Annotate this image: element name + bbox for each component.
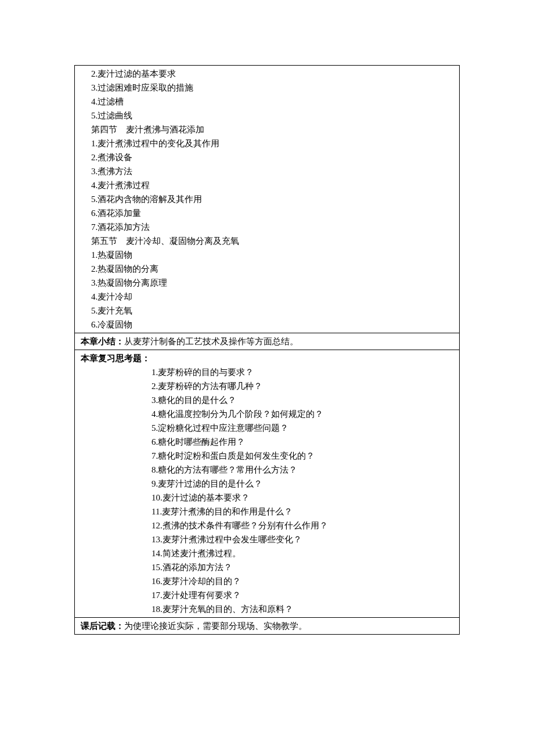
postscript-label: 课后记载： xyxy=(81,621,124,631)
review-section: 本章复习思考题： 1.麦芽粉碎的目的与要求？ 2.麦芽粉碎的方法有哪几种？ 3.… xyxy=(75,350,459,617)
review-item: 15.酒花的添加方法？ xyxy=(81,560,453,574)
content-line: 第四节 麦汁煮沸与酒花添加 xyxy=(81,123,453,136)
review-item: 8.糖化的方法有哪些？常用什么方法？ xyxy=(81,463,453,477)
review-item: 3.糖化的目的是什么？ xyxy=(81,393,453,407)
review-item: 17.麦汁处理有何要求？ xyxy=(81,588,453,602)
content-line: 4.麦汁煮沸过程 xyxy=(81,178,453,192)
review-item: 10.麦汁过滤的基本要求？ xyxy=(81,491,453,505)
review-label: 本章复习思考题： xyxy=(81,351,453,365)
review-item: 9.麦芽汁过滤的目的是什么？ xyxy=(81,477,453,491)
content-line: 第五节 麦汁冷却、凝固物分离及充氧 xyxy=(81,234,453,248)
review-item: 7.糖化时淀粉和蛋白质是如何发生变化的？ xyxy=(81,449,453,463)
content-line: 1.麦汁煮沸过程中的变化及其作用 xyxy=(81,136,453,150)
content-line: 5.麦汁充氧 xyxy=(81,304,453,318)
content-line: 3.热凝固物分离原理 xyxy=(81,276,453,290)
content-line: 2.热凝固物的分离 xyxy=(81,262,453,276)
content-line: 3.过滤困难时应采取的措施 xyxy=(81,81,453,95)
summary-text: 从麦芽汁制备的工艺技术及操作等方面总结。 xyxy=(124,337,298,346)
content-line: 5.过滤曲线 xyxy=(81,109,453,123)
content-line: 3.煮沸方法 xyxy=(81,164,453,178)
postscript-section: 课后记载：为使理论接近实际，需要部分现场、实物教学。 xyxy=(75,617,459,634)
summary-section: 本章小结：从麦芽汁制备的工艺技术及操作等方面总结。 xyxy=(75,333,459,350)
review-item: 16.麦芽汁冷却的目的？ xyxy=(81,574,453,588)
content-line: 4.麦汁冷却 xyxy=(81,290,453,304)
review-item: 6.糖化时哪些酶起作用？ xyxy=(81,435,453,449)
content-line: 7.酒花添加方法 xyxy=(81,220,453,234)
review-item: 4.糖化温度控制分为几个阶段？如何规定的？ xyxy=(81,407,453,421)
content-section: 2.麦汁过滤的基本要求 3.过滤困难时应采取的措施 4.过滤槽 5.过滤曲线 第… xyxy=(75,66,459,333)
content-box: 2.麦汁过滤的基本要求 3.过滤困难时应采取的措施 4.过滤槽 5.过滤曲线 第… xyxy=(74,65,460,635)
summary-label: 本章小结： xyxy=(81,337,124,346)
content-line: 5.酒花内含物的溶解及其作用 xyxy=(81,192,453,206)
content-line: 4.过滤槽 xyxy=(81,95,453,109)
postscript-text: 为使理论接近实际，需要部分现场、实物教学。 xyxy=(124,621,307,631)
review-item: 1.麦芽粉碎的目的与要求？ xyxy=(81,365,453,379)
content-line: 6.冷凝固物 xyxy=(81,318,453,332)
review-item: 13.麦芽汁煮沸过程中会发生哪些变化？ xyxy=(81,532,453,546)
review-item: 11.麦芽汁煮沸的目的和作用是什么？ xyxy=(81,505,453,519)
review-item: 2.麦芽粉碎的方法有哪几种？ xyxy=(81,379,453,393)
content-line: 1.热凝固物 xyxy=(81,248,453,262)
content-line: 6.酒花添加量 xyxy=(81,206,453,220)
content-line: 2.煮沸设备 xyxy=(81,150,453,164)
content-line: 2.麦汁过滤的基本要求 xyxy=(81,67,453,81)
review-item: 18.麦芽汁充氧的目的、方法和原料？ xyxy=(81,602,453,616)
page: 2.麦汁过滤的基本要求 3.过滤困难时应采取的措施 4.过滤槽 5.过滤曲线 第… xyxy=(0,0,534,658)
review-item: 14.简述麦汁煮沸过程。 xyxy=(81,546,453,560)
review-item: 12.煮沸的技术条件有哪些？分别有什么作用？ xyxy=(81,519,453,532)
review-item: 5.淀粉糖化过程中应注意哪些问题？ xyxy=(81,421,453,435)
